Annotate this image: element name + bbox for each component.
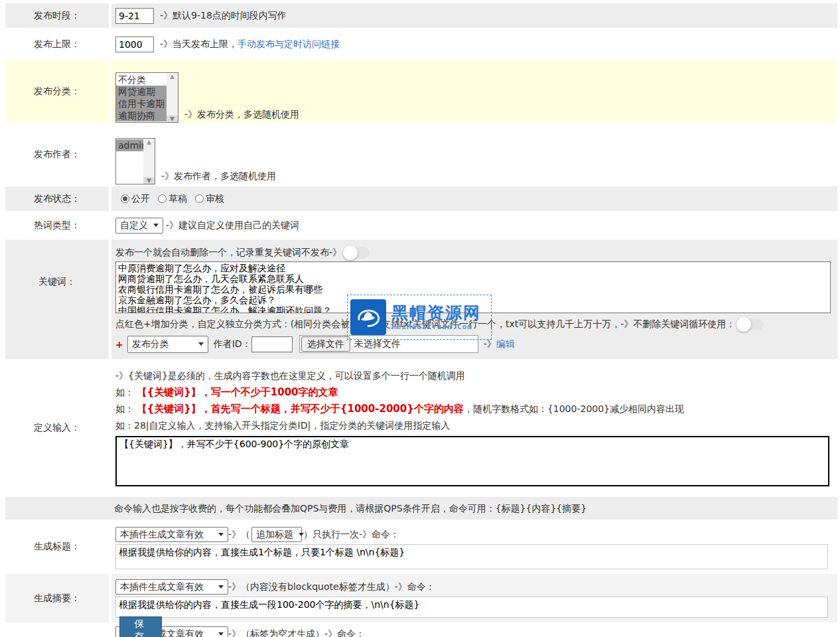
gen-title-mid-text: -》（ [228, 529, 250, 541]
define-example-red: 【{关键词}】，写一个不少于1000字的文章 [137, 386, 338, 398]
row-publish-status: 发布状态： 公开 草稿 审核 [5, 186, 837, 211]
row-hotword-type: 热词类型： 自定义 -》建议自定义使用自己的关键词 [5, 213, 837, 238]
define-input-label: 定义输入： [5, 361, 109, 495]
gen-summary-mode-value: 本插件生成文章有效 [120, 581, 204, 593]
category-option[interactable]: 逾期协商 [116, 109, 167, 121]
example-prefix: 如： [115, 387, 134, 397]
row-gen-title: 生成标题： 本插件生成文章有效 -》（ 追加标题 ）只执行一次-》命令： 根据我… [5, 522, 837, 572]
scroll-up-icon[interactable]: ▲ [143, 139, 155, 145]
publish-author-desc: -》发布作者，多选随机使用 [161, 171, 276, 184]
define-example-rest: ，随机字数格式如：{1000-2000}减少相同内容出现 [464, 403, 684, 414]
row-publish-limit: 发布上限： -》当天发布上限， 手动发布与定时访问链接 [5, 30, 837, 58]
chevron-down-icon [218, 632, 224, 636]
row-publish-time: 发布时段： -》默认9-18点的时间段内写作 [5, 3, 837, 28]
chevron-down-icon [198, 342, 204, 346]
hotword-type-value: 自定义 [120, 220, 148, 232]
hotword-type-select[interactable]: 自定义 [115, 218, 163, 234]
author-multiselect[interactable]: admin ▲ ▼ [115, 138, 155, 184]
author-id-input[interactable] [251, 336, 293, 352]
category-multiselect[interactable]: 不分类 网贷逾期 信用卡逾期 逾期协商 ▲ ▼ [115, 72, 178, 123]
gen-summary-rest-text: -》（内容没有blockquote标签才生成）-》命令： [228, 581, 435, 593]
publish-category-label: 发布分类： [5, 60, 109, 123]
scroll-up-icon[interactable]: ▲ [167, 73, 178, 80]
toggle-knob [736, 317, 751, 332]
append-title-select[interactable]: 追加标题 [251, 527, 302, 542]
scroll-down-icon[interactable]: ▼ [167, 115, 178, 122]
category-option[interactable]: 信用卡逾期 [116, 98, 167, 109]
radio-review-label: 审核 [206, 193, 224, 205]
keywords-label: 关键词： [5, 240, 109, 359]
publish-limit-label: 发布上限： [5, 30, 109, 58]
radio-draft[interactable]: 草稿 [158, 193, 187, 205]
hotword-type-label: 热词类型： [5, 213, 109, 238]
gen-title-rest-text: ）只执行一次-》命令： [303, 529, 399, 541]
multiselect-scrollbar[interactable]: ▲ ▼ [143, 139, 155, 184]
add-category-button[interactable]: + [115, 339, 123, 350]
file-status-text: 未选择文件 [354, 338, 401, 350]
radio-unselected-icon [195, 194, 204, 203]
publish-status-label: 发布状态： [5, 186, 109, 211]
define-example-red: 【{关键词}】，首先写一个标题，并写不少于{1000-2000}个字的内容 [137, 403, 463, 415]
gen-title-command-textarea[interactable]: 根据我提供给你的内容，直接生成1个标题，只要1个标题 \n\n{标题} [115, 544, 828, 569]
publish-category-desc: -》发布分类，多选随机使用 [184, 109, 299, 123]
edit-link[interactable]: 编辑 [496, 338, 515, 350]
radio-review[interactable]: 审核 [195, 193, 224, 205]
chevron-down-icon [218, 585, 224, 589]
category-option[interactable]: 网贷逾期 [116, 86, 167, 98]
row-publish-author: 发布作者： admin ▲ ▼ -》发布作者，多选随机使用 [5, 125, 837, 184]
publish-time-desc: -》默认9-18点的时间段内写作 [160, 10, 287, 22]
choose-file-button[interactable]: 选择文件 [301, 336, 350, 352]
gen-summary-mode-select[interactable]: 本插件生成文章有效 [115, 579, 228, 595]
gen-tag-label [5, 624, 109, 637]
blackhat-logo-icon [350, 299, 386, 335]
publish-time-label: 发布时段： [5, 3, 109, 28]
gen-summary-label: 生成摘要： [5, 574, 109, 622]
define-input-textarea[interactable]: 【{关键词}】，并写不少于{600-900}个字的原创文章 [115, 436, 829, 486]
gen-tag-rest-text: -》（标签为空才生成）-》命令： [228, 628, 365, 637]
multiselect-scrollbar[interactable]: ▲ ▼ [167, 73, 178, 122]
author-option[interactable]: admin [116, 139, 143, 151]
watermark-domain: HeiMaoZiYuan.Com [391, 323, 481, 330]
example-prefix: 如： [115, 403, 134, 414]
row-publish-category: 发布分类： 不分类 网贷逾期 信用卡逾期 逾期协商 ▲ ▼ -》发布分类，多选随… [5, 60, 837, 123]
hotword-type-desc: -》建议自定义使用自己的关键词 [166, 220, 299, 232]
auto-delete-note: 发布一个就会自动删除一个，记录重复关键词不发布-》 [115, 247, 342, 257]
publish-author-label: 发布作者： [5, 125, 109, 184]
arrow-text: -》 [484, 338, 496, 350]
gen-title-label: 生成标题： [5, 522, 109, 572]
radio-unselected-icon [158, 194, 167, 203]
row-gen-summary: 生成摘要： 本插件生成文章有效 -》（内容没有blockquote标签才生成）-… [5, 574, 837, 622]
save-button[interactable]: 保 存 [119, 616, 162, 637]
watermark: 黑帽资源网 HeiMaoZiYuan.Com [347, 295, 492, 340]
append-title-value: 追加标题 [256, 529, 293, 541]
manual-publish-link[interactable]: 手动发布与定时访问链接 [238, 38, 340, 50]
category-assign-value: 发布分类 [132, 338, 169, 350]
category-option[interactable]: 不分类 [116, 74, 167, 86]
row-define-input: 定义输入： -》{关键词}是必须的，生成内容字数也在这里定义，可以设置多个一行一… [5, 361, 837, 495]
category-assign-select[interactable]: 发布分类 [127, 336, 208, 353]
auto-delete-toggle[interactable] [344, 247, 370, 259]
radio-public[interactable]: 公开 [121, 193, 150, 205]
publish-limit-input[interactable] [115, 36, 154, 52]
chevron-down-icon [218, 533, 224, 536]
watermark-title: 黑帽资源网 [391, 305, 481, 321]
gen-title-mode-select[interactable]: 本插件生成文章有效 [115, 527, 228, 542]
author-id-label: 作者ID： [214, 338, 251, 350]
scroll-down-icon[interactable]: ▼ [143, 177, 155, 184]
define-note-4: 如：28|自定义输入，支持输入开头指定分类ID|，指定分类的关键词使用指定输入 [115, 420, 450, 431]
radio-draft-label: 草稿 [169, 193, 187, 205]
toggle-knob [343, 246, 358, 260]
gen-title-mode-value: 本插件生成文章有效 [120, 529, 204, 541]
plugin-settings-page: 发布时段： -》默认9-18点的时间段内写作 发布上限： -》当天发布上限， 手… [0, 0, 840, 637]
publish-limit-desc: -》当天发布上限， [160, 38, 238, 50]
radio-selected-icon [121, 194, 129, 203]
gen-summary-command-textarea[interactable]: 根据我提供给你的内容，直接生成一段100-200个字的摘要，\n\n{标题} [115, 597, 828, 618]
define-note-1: -》{关键词}是必须的，生成内容字数也在这里定义，可以设置多个一行一个随机调用 [115, 370, 465, 381]
chevron-down-icon [153, 224, 159, 227]
radio-public-label: 公开 [131, 193, 150, 205]
command-fee-note: 命令输入也是按字收费的，每个功能都会叠加QPS与费用，请根据QPS条件开启，命令… [5, 497, 837, 520]
publish-time-input[interactable] [115, 8, 154, 24]
keep-keywords-toggle[interactable] [738, 318, 763, 330]
